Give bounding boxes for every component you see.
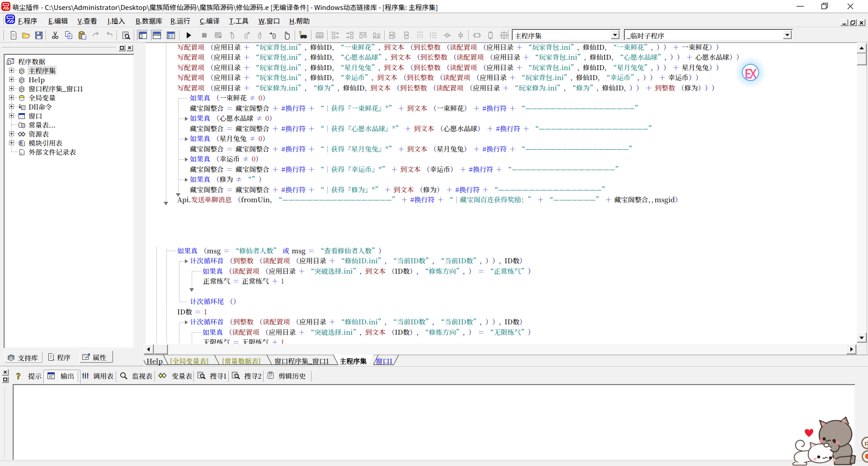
svg-text:{}: {} (272, 32, 276, 39)
svg-text:{}: {} (258, 32, 262, 39)
svg-text:?: ? (299, 31, 302, 36)
svg-text:?: ? (16, 371, 21, 381)
